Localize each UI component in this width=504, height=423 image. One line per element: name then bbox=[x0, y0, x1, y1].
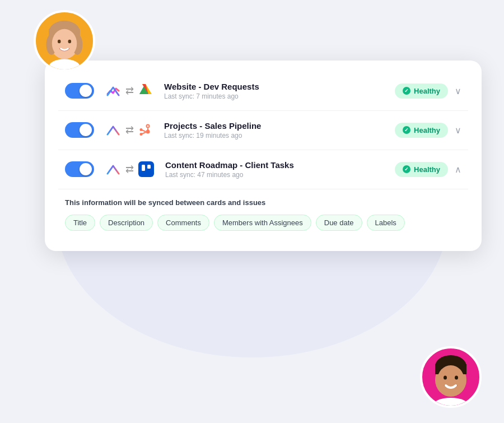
health-check-icon-3 bbox=[403, 165, 410, 173]
scene: ⇄ Website - Dev Requests Last sync: 7 mi… bbox=[11, 10, 493, 413]
health-badge-1: Healthy bbox=[395, 83, 448, 99]
health-check-icon-2 bbox=[403, 126, 410, 134]
svg-point-7 bbox=[68, 39, 71, 43]
tag-due-date: Due date bbox=[316, 215, 362, 231]
icons-group-row-1: ⇄ bbox=[105, 82, 153, 99]
tags-row: Title Description Comments Members with … bbox=[65, 215, 461, 231]
item-title-3: Content Roadmap - Client Tasks bbox=[165, 160, 395, 170]
svg-point-5 bbox=[52, 29, 77, 58]
item-title-2: Projects - Sales Pipeline bbox=[164, 121, 395, 131]
svg-rect-30 bbox=[147, 165, 151, 169]
chevron-down-2[interactable]: ∨ bbox=[455, 125, 461, 136]
item-subtitle-3: Last sync: 47 minutes ago bbox=[165, 171, 395, 179]
svg-point-26 bbox=[140, 128, 143, 131]
sync-info-text: This information will be synced between … bbox=[65, 198, 461, 207]
item-info-3: Content Roadmap - Client Tasks Last sync… bbox=[165, 160, 395, 179]
svg-point-24 bbox=[146, 130, 150, 134]
toggle-row-2[interactable] bbox=[65, 122, 94, 138]
health-badge-3: Healthy bbox=[395, 162, 448, 177]
tag-members: Members with Assignees bbox=[214, 215, 311, 231]
svg-rect-29 bbox=[142, 165, 145, 171]
toggle-row-3[interactable] bbox=[65, 161, 94, 177]
chevron-up-3[interactable]: ∧ bbox=[455, 164, 461, 175]
svg-point-8 bbox=[49, 59, 80, 72]
avatar-top-face bbox=[36, 12, 93, 69]
clickup-icon-1 bbox=[105, 83, 121, 99]
svg-point-6 bbox=[58, 39, 61, 43]
transfer-arrows-3: ⇄ bbox=[125, 163, 134, 175]
item-title-1: Website - Dev Requests bbox=[164, 82, 395, 91]
icons-group-row-2: ⇄ bbox=[105, 122, 153, 138]
item-subtitle-2: Last sync: 19 minutes ago bbox=[164, 132, 395, 140]
svg-point-22 bbox=[147, 125, 149, 127]
avatar-top bbox=[34, 10, 95, 72]
health-badge-2: Healthy bbox=[395, 123, 448, 138]
chevron-down-1[interactable]: ∨ bbox=[455, 86, 461, 96]
avatar-bottom bbox=[420, 346, 482, 408]
svg-point-13 bbox=[444, 375, 447, 379]
integration-row-1: ⇄ Website - Dev Requests Last sync: 7 mi… bbox=[58, 72, 468, 111]
svg-point-14 bbox=[455, 375, 458, 379]
svg-point-15 bbox=[433, 398, 469, 407]
expanded-section-3: This information will be synced between … bbox=[58, 189, 468, 235]
integration-row-3: ⇄ Content Roadmap - Client Tasks Last sy… bbox=[58, 150, 468, 189]
main-card: ⇄ Website - Dev Requests Last sync: 7 mi… bbox=[45, 61, 482, 251]
transfer-arrows-1: ⇄ bbox=[125, 85, 134, 97]
avatar-bottom-face bbox=[420, 346, 482, 408]
tag-description: Description bbox=[100, 215, 153, 231]
svg-point-12 bbox=[437, 365, 464, 394]
svg-point-28 bbox=[140, 133, 143, 136]
hubspot-icon-2 bbox=[138, 122, 153, 138]
tag-title: Title bbox=[65, 215, 95, 231]
health-check-icon-1 bbox=[403, 87, 410, 95]
tag-comments: Comments bbox=[157, 215, 209, 231]
tag-labels: Labels bbox=[367, 215, 405, 231]
integration-row-2: ⇄ Projects - Sales Pipeli bbox=[58, 111, 468, 150]
item-info-1: Website - Dev Requests Last sync: 7 minu… bbox=[164, 82, 395, 100]
icons-group-row-3: ⇄ bbox=[105, 161, 154, 177]
clickup-icon-3 bbox=[105, 161, 121, 177]
google-drive-icon-1 bbox=[138, 82, 153, 99]
clickup-icon-2 bbox=[105, 122, 121, 138]
toggle-row-1[interactable] bbox=[65, 83, 94, 99]
item-info-2: Projects - Sales Pipeline Last sync: 19 … bbox=[164, 121, 395, 140]
trello-icon-3 bbox=[138, 161, 154, 177]
item-subtitle-1: Last sync: 7 minutes ago bbox=[164, 92, 395, 100]
transfer-arrows-2: ⇄ bbox=[125, 124, 134, 136]
